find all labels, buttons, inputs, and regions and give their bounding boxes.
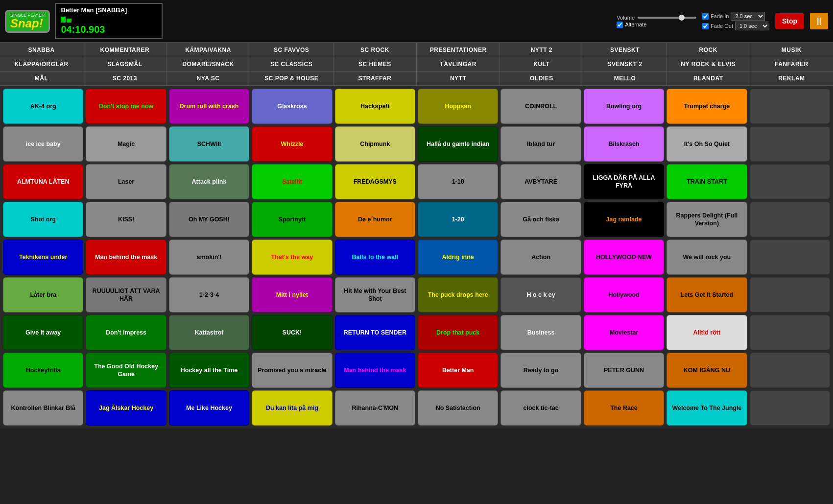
sound-cell[interactable]: Gå och fiska bbox=[500, 202, 581, 237]
sound-cell[interactable]: Hoppsan bbox=[418, 89, 498, 124]
sound-cell[interactable]: ALMTUNA LÅTEN bbox=[3, 164, 83, 199]
sound-cell[interactable]: Don't stop me now bbox=[86, 89, 166, 124]
sound-cell[interactable]: Business bbox=[500, 315, 581, 350]
sound-cell[interactable]: Hollywood bbox=[584, 277, 664, 312]
sound-cell[interactable]: Whizzle bbox=[252, 126, 332, 162]
sound-cell[interactable]: Give it away bbox=[3, 315, 83, 350]
sound-cell[interactable]: Drop that puck bbox=[418, 315, 498, 350]
sound-cell[interactable]: SUCK! bbox=[252, 315, 332, 350]
nav-item-1-9[interactable]: FANFARER bbox=[750, 57, 833, 71]
sound-cell[interactable]: Action bbox=[500, 240, 581, 275]
sound-cell[interactable]: PETER GUNN bbox=[584, 353, 664, 388]
pause-button[interactable]: || bbox=[810, 13, 828, 29]
sound-cell[interactable]: De e´humor bbox=[335, 202, 415, 237]
sound-cell[interactable]: H o c k ey bbox=[500, 277, 581, 312]
sound-cell[interactable]: KISS! bbox=[86, 202, 166, 237]
sound-cell[interactable]: clock tic-tac bbox=[500, 390, 581, 426]
nav-item-1-4[interactable]: SC HEMES bbox=[333, 57, 417, 71]
sound-cell[interactable]: Attack plink bbox=[169, 164, 249, 199]
sound-cell[interactable]: 1-2-3-4 bbox=[169, 277, 249, 312]
sound-cell[interactable]: HOLLYWOOD NEW bbox=[584, 240, 664, 275]
nav-item-2-8[interactable]: BLANDAT bbox=[667, 72, 750, 85]
sound-cell[interactable]: Man behind the mask bbox=[86, 240, 166, 275]
stop-button[interactable]: Stop bbox=[775, 13, 804, 29]
sound-cell[interactable]: Laser bbox=[86, 164, 166, 199]
sound-cell[interactable]: Hockey all the Time bbox=[169, 353, 249, 388]
nav-item-0-9[interactable]: MUSIK bbox=[750, 43, 833, 57]
sound-cell[interactable]: Ibland tur bbox=[500, 126, 581, 162]
nav-item-0-0[interactable]: SNABBA bbox=[0, 43, 83, 57]
sound-cell[interactable]: RETURN TO SENDER bbox=[335, 315, 415, 350]
sound-cell[interactable]: KOM IGÅNG NU bbox=[666, 353, 747, 388]
sound-cell[interactable]: Lets Get It Started bbox=[666, 277, 747, 312]
nav-item-2-5[interactable]: NYTT bbox=[417, 72, 500, 85]
sound-cell[interactable]: 1-20 bbox=[418, 202, 498, 237]
sound-cell[interactable]: Trumpet charge bbox=[666, 89, 747, 124]
sound-cell[interactable]: LIGGA DÄR PÅ ALLA FYRA bbox=[584, 164, 664, 199]
nav-item-2-7[interactable]: MELLO bbox=[583, 72, 666, 85]
nav-item-2-2[interactable]: NYA SC bbox=[167, 72, 250, 85]
sound-cell[interactable]: Don't impress bbox=[86, 315, 166, 350]
nav-item-0-2[interactable]: KÄMPA/VAKNA bbox=[167, 43, 250, 57]
sound-cell[interactable]: FREDAGSMYS bbox=[335, 164, 415, 199]
sound-cell[interactable]: Ready to go bbox=[500, 353, 581, 388]
sound-cell[interactable]: Magic bbox=[86, 126, 166, 162]
sound-cell[interactable]: Man behind the mask bbox=[335, 353, 415, 388]
nav-item-0-3[interactable]: SC FAVVOS bbox=[250, 43, 333, 57]
sound-cell[interactable]: Aldrig inne bbox=[418, 240, 498, 275]
sound-cell[interactable]: Hackspett bbox=[335, 89, 415, 124]
nav-item-0-4[interactable]: SC ROCK bbox=[333, 43, 417, 57]
nav-item-1-3[interactable]: SC CLASSICS bbox=[250, 57, 333, 71]
sound-cell[interactable]: Jag Älskar Hockey bbox=[86, 390, 166, 426]
nav-item-0-8[interactable]: ROCK bbox=[667, 43, 750, 57]
sound-cell[interactable]: 1-10 bbox=[418, 164, 498, 199]
sound-cell[interactable]: Oh MY GOSH! bbox=[169, 202, 249, 237]
nav-item-1-7[interactable]: SVENSKT 2 bbox=[583, 57, 666, 71]
nav-item-0-6[interactable]: NYTT 2 bbox=[500, 43, 583, 57]
sound-cell[interactable]: TRAIN START bbox=[666, 164, 747, 199]
nav-item-2-4[interactable]: STRAFFAR bbox=[333, 72, 417, 85]
sound-cell[interactable]: Hallå du gamle indian bbox=[418, 126, 498, 162]
sound-cell[interactable]: Alltid rött bbox=[666, 315, 747, 350]
sound-cell[interactable]: Kontrollen Blinkar Blå bbox=[3, 390, 83, 426]
nav-item-2-0[interactable]: MÅL bbox=[0, 72, 83, 85]
nav-item-1-0[interactable]: KLAPPA/ORGLAR bbox=[0, 57, 83, 71]
nav-item-1-1[interactable]: SLAGSMÅL bbox=[83, 57, 167, 71]
fade-in-select[interactable]: 2.0 sec 1.0 sec 0.5 sec bbox=[731, 12, 765, 21]
sound-cell[interactable]: The Race bbox=[584, 390, 664, 426]
sound-cell[interactable]: COINROLL bbox=[500, 89, 581, 124]
nav-item-1-6[interactable]: KULT bbox=[500, 57, 583, 71]
sound-cell[interactable]: SCHWIII bbox=[169, 126, 249, 162]
nav-item-1-2[interactable]: DOMARE/SNACK bbox=[167, 57, 250, 71]
sound-cell[interactable]: AK-4 org bbox=[3, 89, 83, 124]
sound-cell[interactable]: Moviestar bbox=[584, 315, 664, 350]
sound-cell[interactable]: Bilskrasch bbox=[584, 126, 664, 162]
sound-cell[interactable]: Bowling org bbox=[584, 89, 664, 124]
sound-cell[interactable]: It's Oh So Quiet bbox=[666, 126, 747, 162]
nav-item-2-3[interactable]: SC POP & HOUSE bbox=[250, 72, 333, 85]
sound-cell[interactable]: No Satisfaction bbox=[418, 390, 498, 426]
sound-cell[interactable]: The puck drops here bbox=[418, 277, 498, 312]
sound-cell[interactable]: Promised you a miracle bbox=[252, 353, 332, 388]
nav-item-0-7[interactable]: SVENSKT bbox=[583, 43, 666, 57]
sound-cell[interactable]: Glaskross bbox=[252, 89, 332, 124]
sound-cell[interactable]: We will rock you bbox=[666, 240, 747, 275]
sound-cell[interactable]: ice ice baby bbox=[3, 126, 83, 162]
sound-cell[interactable]: Jag ramlade bbox=[584, 202, 664, 237]
sound-cell[interactable]: Me Like Hockey bbox=[169, 390, 249, 426]
sound-cell[interactable]: Sportnytt bbox=[252, 202, 332, 237]
sound-cell[interactable]: Satellit bbox=[252, 164, 332, 199]
sound-cell[interactable]: Rappers Delight (Full Version) bbox=[666, 202, 747, 237]
sound-cell[interactable]: Hit Me with Your Best Shot bbox=[335, 277, 415, 312]
fade-out-select[interactable]: 1.0 sec 2.0 sec 0.5 sec bbox=[735, 22, 769, 30]
alternate-checkbox[interactable] bbox=[617, 22, 623, 28]
sound-cell[interactable]: Kattastrof bbox=[169, 315, 249, 350]
sound-cell[interactable]: Shot org bbox=[3, 202, 83, 237]
sound-cell[interactable]: Drum roll with crash bbox=[169, 89, 249, 124]
sound-cell[interactable]: Hockeyfrilla bbox=[3, 353, 83, 388]
fade-out-checkbox[interactable] bbox=[702, 23, 709, 29]
sound-cell[interactable]: Rihanna-C'MON bbox=[335, 390, 415, 426]
sound-cell[interactable]: Mitt i nyllet bbox=[252, 277, 332, 312]
nav-item-2-6[interactable]: OLDIES bbox=[500, 72, 583, 85]
sound-cell[interactable]: Balls to the wall bbox=[335, 240, 415, 275]
